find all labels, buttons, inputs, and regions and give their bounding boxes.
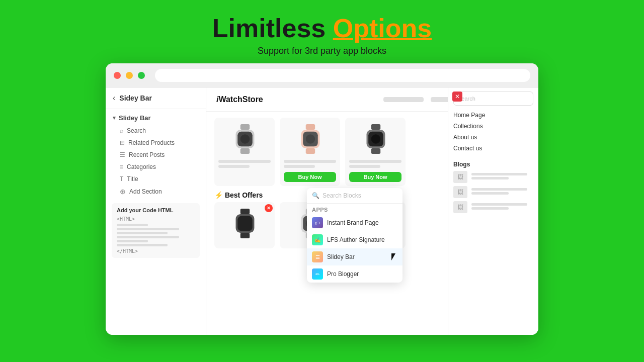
blog-text-2 bbox=[471, 188, 533, 196]
pro-blogger-label: Pro Blogger bbox=[327, 270, 359, 278]
add-section-label: Add Section bbox=[129, 188, 162, 195]
product-name-line-3 bbox=[349, 160, 401, 163]
menu-item-title[interactable]: T Title bbox=[106, 173, 206, 185]
app-item-pro-blogger[interactable]: ✏ Pro Blogger bbox=[307, 265, 403, 283]
search-icon: ⌕ bbox=[120, 127, 123, 134]
blog-img-1: 🖼 bbox=[453, 171, 467, 183]
apps-section-label: Apps bbox=[307, 204, 403, 214]
pro-blogger-icon: ✏ bbox=[312, 268, 323, 280]
blogs-list: 🖼 🖼 🖼 bbox=[448, 169, 538, 215]
menu-item-related-products[interactable]: ⊟ Related Products bbox=[106, 137, 206, 149]
browser-bar bbox=[106, 63, 538, 87]
editor-sidebar-header: ‹ Sidey Bar bbox=[106, 87, 206, 109]
nav-about[interactable]: About us bbox=[453, 132, 533, 143]
url-bar[interactable] bbox=[155, 69, 530, 82]
title-part2: Options bbox=[333, 14, 432, 43]
blog-img-3: 🖼 bbox=[453, 201, 467, 213]
section-label-text: Slidey Bar bbox=[119, 114, 151, 122]
lfs-author-icon: ✍ bbox=[312, 234, 323, 245]
blog-line-3 bbox=[471, 188, 527, 191]
instant-brand-label: Instant Brand Page bbox=[327, 219, 379, 226]
nav-collections[interactable]: Collections bbox=[453, 121, 533, 132]
svg-rect-15 bbox=[240, 209, 249, 214]
product-name-line-2 bbox=[284, 160, 336, 163]
blog-line-2 bbox=[471, 177, 509, 179]
product-card-1 bbox=[214, 118, 275, 186]
code-block-title: Add your Code HTML bbox=[117, 207, 195, 213]
slidey-close-button[interactable]: ✕ bbox=[452, 92, 462, 102]
svg-rect-6 bbox=[305, 148, 314, 154]
blog-item-2: 🖼 bbox=[453, 186, 533, 198]
code-open-tag: <HTML> bbox=[117, 216, 195, 222]
browser-content: ‹ Sidey Bar ▾ Slidey Bar ⌕ Search ⊟ Rela… bbox=[106, 87, 538, 335]
code-line-2 bbox=[117, 228, 179, 230]
menu-item-categories[interactable]: ≡ Categories bbox=[106, 161, 206, 173]
blog-line-4 bbox=[471, 192, 509, 195]
section-chevron: ▾ bbox=[113, 115, 116, 121]
sale-product-1: ✕ bbox=[214, 202, 275, 248]
menu-item-title-label: Title bbox=[127, 175, 138, 183]
page-title: Limitless Options bbox=[212, 14, 432, 43]
svg-point-14 bbox=[371, 134, 380, 143]
blog-line-5 bbox=[471, 203, 527, 206]
browser-window: ‹ Sidey Bar ▾ Slidey Bar ⌕ Search ⊟ Rela… bbox=[106, 63, 538, 335]
blog-item-1: 🖼 bbox=[453, 171, 533, 183]
code-line-1 bbox=[117, 224, 148, 226]
blog-line-1 bbox=[471, 173, 527, 175]
product-img-1 bbox=[218, 122, 271, 157]
title-icon: T bbox=[120, 175, 123, 183]
title-part1: Limitless bbox=[212, 14, 333, 43]
back-button[interactable]: ‹ bbox=[113, 94, 115, 103]
product-price-line-2 bbox=[284, 165, 315, 168]
close-icon: ✕ bbox=[455, 93, 460, 100]
code-line-4 bbox=[117, 236, 179, 238]
slidey-bar-label: Slidey Bar bbox=[327, 253, 355, 260]
buy-now-button-3[interactable]: Buy Now bbox=[349, 172, 401, 182]
nav-contact[interactable]: Contact us bbox=[453, 143, 533, 154]
svg-rect-16 bbox=[240, 233, 249, 238]
apps-popup: 🔍 Search Blocks Apps 🏷 Instant Brand Pag… bbox=[307, 188, 403, 283]
code-lines bbox=[117, 224, 195, 246]
traffic-light-green[interactable] bbox=[138, 72, 145, 79]
instant-brand-icon: 🏷 bbox=[312, 217, 323, 228]
apps-search-placeholder: Search Blocks bbox=[323, 192, 361, 199]
product-price-line-1 bbox=[218, 165, 250, 168]
product-name-line-1 bbox=[218, 160, 271, 163]
menu-item-recent-posts-label: Recent Posts bbox=[129, 151, 165, 158]
app-item-instant-brand[interactable]: 🏷 Instant Brand Page bbox=[307, 214, 403, 231]
add-section-button[interactable]: ⊕ Add Section bbox=[106, 185, 206, 198]
nav-home[interactable]: Home Page bbox=[453, 110, 533, 121]
svg-rect-10 bbox=[371, 124, 380, 130]
apps-search-icon: 🔍 bbox=[312, 192, 319, 199]
nav-item-1 bbox=[383, 97, 424, 102]
apps-search-bar[interactable]: 🔍 Search Blocks bbox=[307, 188, 403, 204]
menu-item-search[interactable]: ⌕ Search bbox=[106, 125, 206, 137]
app-item-slidey-bar[interactable]: ☰ Slidey Bar bbox=[307, 248, 403, 265]
svg-rect-1 bbox=[240, 148, 249, 154]
slidey-search-box[interactable]: Search bbox=[453, 92, 533, 106]
traffic-light-red[interactable] bbox=[114, 72, 121, 79]
traffic-light-yellow[interactable] bbox=[126, 72, 133, 79]
menu-item-recent-posts[interactable]: ☰ Recent Posts bbox=[106, 149, 206, 161]
page-subtitle: Support for 3rd party app blocks bbox=[212, 46, 432, 56]
menu-item-related-products-label: Related Products bbox=[128, 139, 175, 146]
slidey-bar-section: ▾ Slidey Bar bbox=[106, 109, 206, 125]
product-card-3: Buy Now bbox=[345, 118, 406, 186]
svg-point-4 bbox=[240, 134, 249, 143]
app-item-lfs-author[interactable]: ✍ LFS Author Signature bbox=[307, 231, 403, 248]
categories-icon: ≡ bbox=[120, 163, 123, 170]
svg-rect-0 bbox=[240, 124, 249, 130]
buy-now-button-2[interactable]: Buy Now bbox=[284, 172, 336, 182]
best-offers-label: Best Offers bbox=[225, 191, 263, 199]
page-header: Limitless Options Support for 3rd party … bbox=[212, 0, 432, 56]
code-line-6 bbox=[117, 244, 168, 246]
code-line-5 bbox=[117, 240, 148, 242]
sale-badge-1: ✕ bbox=[265, 204, 273, 212]
menu-item-search-label: Search bbox=[127, 127, 146, 134]
product-img-3 bbox=[349, 122, 401, 157]
svg-rect-5 bbox=[305, 124, 314, 130]
code-line-3 bbox=[117, 232, 168, 234]
slidey-bar-overlay: ✕ Search Home Page Collections About us … bbox=[448, 87, 538, 335]
product-img-2 bbox=[284, 122, 336, 157]
slidey-bar-icon: ☰ bbox=[312, 251, 323, 262]
